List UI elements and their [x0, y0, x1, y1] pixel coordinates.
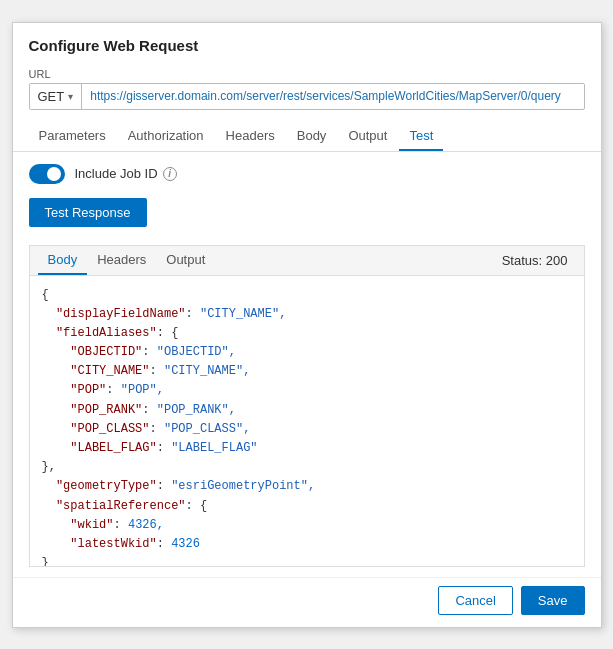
url-section: URL GET ▾	[13, 64, 601, 118]
url-label: URL	[29, 68, 585, 80]
url-input[interactable]	[82, 84, 583, 108]
result-tab-body[interactable]: Body	[38, 246, 88, 275]
result-tab-output[interactable]: Output	[156, 246, 215, 275]
dialog-title: Configure Web Request	[13, 23, 601, 64]
status-label: Status:	[502, 253, 542, 268]
dialog-footer: Cancel Save	[13, 577, 601, 627]
test-response-button[interactable]: Test Response	[29, 198, 147, 227]
save-button[interactable]: Save	[521, 586, 585, 615]
test-section: Include Job ID i Test Response	[13, 152, 601, 245]
status-value: 200	[546, 253, 568, 268]
tab-parameters[interactable]: Parameters	[29, 122, 116, 151]
method-label: GET	[38, 89, 65, 104]
configure-web-request-dialog: Configure Web Request URL GET ▾ Paramete…	[12, 22, 602, 628]
chevron-down-icon: ▾	[68, 91, 73, 102]
tab-authorization[interactable]: Authorization	[118, 122, 214, 151]
info-icon: i	[163, 167, 177, 181]
tab-nav: Parameters Authorization Headers Body Ou…	[13, 122, 601, 152]
cancel-button[interactable]: Cancel	[438, 586, 512, 615]
url-row: GET ▾	[29, 83, 585, 110]
json-output[interactable]: { "displayFieldName": "CITY_NAME", "fiel…	[30, 276, 584, 566]
toggle-label: Include Job ID	[75, 166, 158, 181]
toggle-thumb	[47, 167, 61, 181]
method-dropdown[interactable]: GET ▾	[30, 84, 83, 109]
result-status: Status: 200	[502, 253, 576, 268]
tab-body[interactable]: Body	[287, 122, 337, 151]
result-tab-headers[interactable]: Headers	[87, 246, 156, 275]
tab-output[interactable]: Output	[338, 122, 397, 151]
toggle-row: Include Job ID i	[29, 164, 585, 184]
result-tab-bar: Body Headers Output Status: 200	[30, 246, 584, 276]
tab-test[interactable]: Test	[399, 122, 443, 151]
result-section: Body Headers Output Status: 200 { "displ…	[29, 245, 585, 567]
include-job-id-toggle[interactable]	[29, 164, 65, 184]
tab-headers[interactable]: Headers	[216, 122, 285, 151]
